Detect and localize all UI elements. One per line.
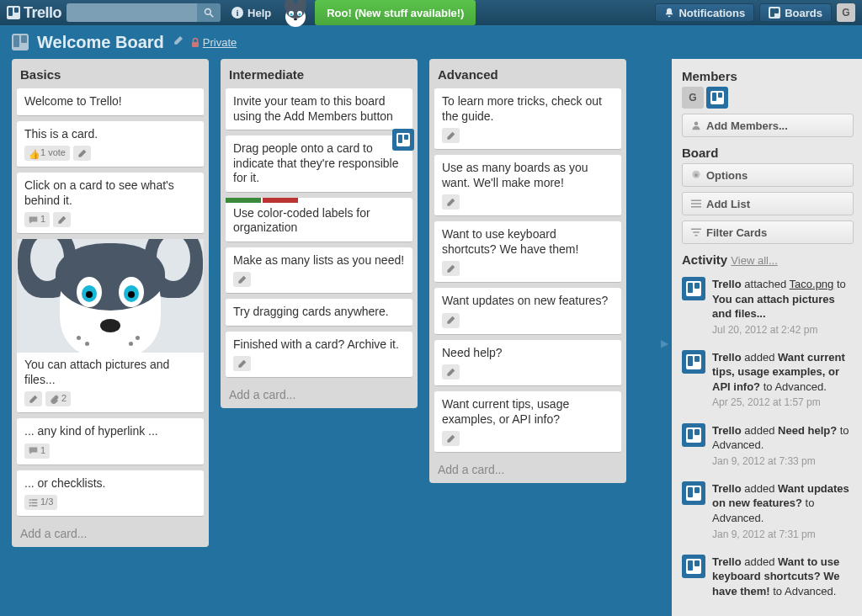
board-title[interactable]: Welcome Board: [37, 33, 164, 52]
activity-item[interactable]: Trello attached Taco.png to You can atta…: [682, 270, 854, 343]
add-list-button[interactable]: Add List: [682, 192, 854, 215]
edit-badge[interactable]: [442, 431, 460, 446]
list-title[interactable]: Intermediate: [226, 64, 412, 88]
card[interactable]: ... or checklists.1/3: [17, 470, 204, 518]
activity-text: Trello attached Taco.png to You can atta…: [712, 277, 854, 337]
options-button[interactable]: Options: [682, 163, 854, 187]
card-text: Click on a card to see what's behind it.: [24, 178, 196, 208]
svg-line-1: [210, 14, 214, 18]
edit-badge[interactable]: [442, 364, 460, 380]
card-text: You can attach pictures and files...: [24, 358, 196, 387]
card[interactable]: Drag people onto a card to indicate that…: [226, 135, 412, 193]
svg-rect-15: [31, 499, 37, 500]
svg-point-10: [290, 13, 293, 16]
filter-label: Filter Cards: [706, 226, 767, 239]
comments-badge: 1: [24, 443, 50, 459]
edit-badge[interactable]: [442, 128, 460, 143]
search-input[interactable]: [67, 3, 197, 22]
activity-text: Trello added Need help? to Advanced.Jan …: [712, 423, 854, 468]
svg-point-12: [294, 19, 297, 21]
card[interactable]: Want updates on new features?: [434, 288, 621, 335]
card-badges: [233, 272, 405, 287]
card[interactable]: This is a card.👍1 vote: [17, 121, 204, 168]
card[interactable]: Finished with a card? Archive it.: [226, 332, 412, 379]
boards-label: Boards: [785, 7, 822, 19]
activity-avatar: [682, 277, 705, 300]
add-card-button[interactable]: Add a card...: [226, 383, 412, 403]
card-text: Drag people onto a card to indicate that…: [233, 141, 405, 186]
search-button[interactable]: [197, 3, 221, 22]
card-text: Want to use keyboard shortcuts? We have …: [442, 227, 614, 257]
board-header: Welcome Board Private: [0, 25, 862, 59]
svg-rect-19: [31, 505, 37, 506]
privacy-label[interactable]: Private: [203, 36, 237, 49]
edit-badge[interactable]: [233, 272, 251, 287]
card[interactable]: Use as many boards as you want. We'll ma…: [434, 155, 621, 216]
edit-badge[interactable]: [442, 313, 460, 328]
card[interactable]: Want current tips, usage examples, or AP…: [434, 391, 621, 453]
mascot-icon: [281, 0, 310, 27]
edit-badge[interactable]: [24, 391, 42, 406]
card[interactable]: Click on a card to see what's behind it.…: [17, 173, 204, 234]
svg-rect-16: [29, 502, 31, 502]
card-badges: [442, 431, 614, 446]
options-label: Options: [706, 169, 748, 182]
activity-item[interactable]: Trello added Want updates on new feature…: [682, 475, 854, 548]
edit-badge[interactable]: [442, 194, 460, 210]
card-member-chip[interactable]: [392, 129, 414, 151]
view-all-link[interactable]: View all...: [731, 254, 777, 267]
card-cover-image: [17, 239, 204, 353]
activity-item[interactable]: Trello added Want to use keyboard shortc…: [682, 548, 854, 608]
activity-item[interactable]: Trello added Need help? to Advanced.Jan …: [682, 417, 854, 475]
card[interactable]: Make as many lists as you need!: [226, 247, 412, 295]
card[interactable]: To learn more tricks, check out the guid…: [434, 88, 621, 150]
card-text: Want current tips, usage examples, or AP…: [442, 397, 614, 427]
activity-heading: Activity View all...: [682, 252, 854, 267]
card[interactable]: Want to use keyboard shortcuts? We have …: [434, 221, 621, 283]
add-card-button[interactable]: Add a card...: [434, 458, 621, 478]
notifications-label: Notifications: [678, 7, 745, 19]
roo-banner[interactable]: Roo! (New stuff available!): [315, 0, 476, 25]
edit-badge[interactable]: [233, 356, 251, 371]
card[interactable]: Use color-coded labels for organization: [226, 198, 412, 242]
member-avatar[interactable]: G: [682, 87, 704, 109]
svg-rect-13: [192, 42, 199, 47]
help-link[interactable]: i Help: [226, 6, 276, 19]
card[interactable]: You can attach pictures and files...2: [17, 239, 204, 413]
edit-badge[interactable]: [53, 212, 71, 227]
card-text: Finished with a card? Archive it.: [233, 337, 405, 353]
brand-logo[interactable]: Trello: [7, 4, 61, 22]
svg-rect-18: [29, 505, 31, 506]
sidebar-collapse-toggle[interactable]: ▶: [660, 337, 668, 349]
activity-avatar: [682, 555, 705, 578]
user-avatar[interactable]: G: [837, 3, 855, 22]
board-canvas: BasicsWelcome to Trello!This is a card.👍…: [0, 59, 862, 616]
activity-item[interactable]: Trello added Want current tips, usage ex…: [682, 343, 854, 417]
card-text: Use color-coded labels for organization: [233, 206, 405, 236]
add-members-button[interactable]: Add Members...: [682, 114, 854, 137]
member-avatar-trello[interactable]: [706, 87, 728, 109]
boards-button[interactable]: Boards: [759, 3, 832, 22]
rename-board-button[interactable]: [173, 36, 183, 49]
filter-cards-button[interactable]: Filter Cards: [682, 220, 854, 244]
notifications-button[interactable]: Notifications: [655, 3, 754, 22]
add-card-button[interactable]: Add a card...: [17, 522, 204, 542]
edit-badge[interactable]: [73, 146, 91, 161]
card[interactable]: Invite your team to this board using the…: [226, 88, 412, 130]
card-text: Use as many boards as you want. We'll ma…: [442, 161, 614, 190]
card-text: Welcome to Trello!: [24, 94, 196, 109]
card[interactable]: ... any kind of hyperlink ...1: [17, 418, 204, 465]
card[interactable]: Welcome to Trello!: [17, 88, 204, 116]
privacy-indicator[interactable]: Private: [191, 36, 237, 49]
card[interactable]: Need help?: [434, 340, 621, 387]
list-title[interactable]: Advanced: [434, 64, 621, 88]
svg-rect-24: [691, 206, 701, 208]
app-header: Trello i Help Roo! (New stuff available!…: [0, 0, 862, 25]
edit-badge[interactable]: [442, 261, 460, 276]
card-text: Invite your team to this board using the…: [233, 94, 405, 124]
card[interactable]: Try dragging cards anywhere.: [226, 299, 412, 327]
info-icon: i: [231, 6, 244, 19]
list-title[interactable]: Basics: [17, 64, 204, 88]
card-text: Need help?: [442, 346, 614, 361]
board-heading: Board: [682, 146, 854, 160]
